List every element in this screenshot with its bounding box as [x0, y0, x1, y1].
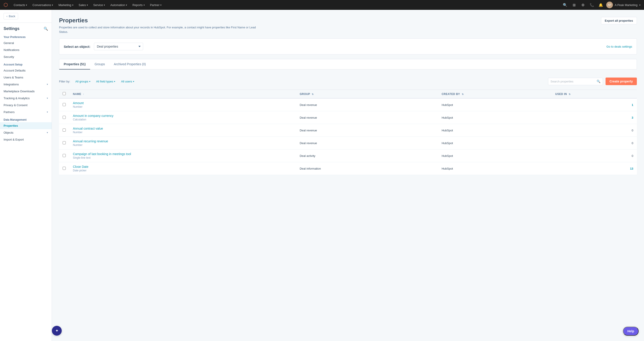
- search-input[interactable]: [550, 78, 595, 85]
- sidebar-item-general[interactable]: General: [0, 39, 52, 46]
- object-selector-left: Select an object: Contact properties Com…: [64, 43, 143, 50]
- col-header-used-in[interactable]: USED IN ⇅: [552, 90, 637, 98]
- row-checkbox[interactable]: [62, 116, 66, 119]
- chevron-down-icon: ▾: [144, 4, 145, 6]
- row-group-cell: Deal revenue: [296, 124, 438, 137]
- row-checkbox-cell: [59, 124, 69, 137]
- marketplace-icon[interactable]: ⊞: [570, 1, 578, 8]
- property-type: Number: [73, 131, 292, 134]
- notification-icon[interactable]: 🔔: [597, 1, 604, 8]
- sidebar-search-icon[interactable]: 🔍: [44, 26, 48, 31]
- object-selector-label: Select an object:: [64, 45, 90, 48]
- row-created-by-cell: HubSpot: [438, 111, 552, 124]
- chevron-down-icon: ▾: [133, 80, 134, 83]
- nav-contacts[interactable]: Contacts ▾: [12, 2, 29, 8]
- tab-groups[interactable]: Groups: [90, 59, 109, 69]
- account-chevron-icon: ▾: [639, 4, 640, 6]
- sidebar-item-account-defaults[interactable]: Account Defaults: [0, 67, 52, 74]
- nav-reports[interactable]: Reports ▾: [130, 2, 147, 8]
- used-in-value: 1: [632, 103, 633, 107]
- filter-all-users-button[interactable]: All users ▾: [118, 78, 137, 84]
- nav-sales[interactable]: Sales ▾: [76, 2, 90, 8]
- deals-settings-link[interactable]: Go to deals settings: [606, 45, 632, 48]
- filter-all-groups-button[interactable]: All groups ▾: [73, 78, 93, 84]
- nav-service[interactable]: Service ▾: [91, 2, 107, 8]
- create-property-button[interactable]: Create property: [606, 77, 637, 85]
- row-checkbox[interactable]: [62, 154, 66, 157]
- search-icon[interactable]: 🔍: [562, 1, 569, 8]
- tab-archived-properties[interactable]: Archived Properties (0): [109, 59, 150, 69]
- chevron-down-icon: ▾: [72, 4, 73, 6]
- tab-properties[interactable]: Properties (51): [59, 59, 90, 69]
- property-type: Single-line text: [73, 156, 292, 159]
- property-name-link[interactable]: Amount: [73, 101, 292, 105]
- back-label: Back: [9, 14, 15, 18]
- sidebar-item-marketplace-downloads[interactable]: Marketplace Downloads: [0, 88, 52, 95]
- nav-partner[interactable]: Partner ▾: [148, 2, 164, 8]
- property-name-link[interactable]: Campaign of last booking in meetings too…: [73, 152, 292, 156]
- filter-field-types-label: All field types: [96, 80, 113, 83]
- property-name-link[interactable]: Annual recurring revenue: [73, 139, 292, 143]
- chevron-down-icon: ▾: [160, 4, 162, 6]
- chevron-down-icon: ▾: [47, 111, 48, 113]
- table-row: Campaign of last booking in meetings too…: [59, 149, 637, 162]
- sidebar-item-privacy-consent[interactable]: Privacy & Consent: [0, 102, 52, 109]
- nav-conversations[interactable]: Conversations ▾: [30, 2, 55, 8]
- sidebar-item-notifications[interactable]: Notifications: [0, 46, 52, 53]
- ai-widget-button[interactable]: ✦: [52, 326, 62, 336]
- chevron-down-icon: ▾: [87, 4, 88, 6]
- row-checkbox-cell: [59, 162, 69, 175]
- search-icon[interactable]: 🔍: [596, 79, 600, 83]
- row-checkbox[interactable]: [62, 167, 66, 170]
- row-checkbox[interactable]: [62, 103, 66, 106]
- sidebar-item-tracking-analytics[interactable]: Tracking & Analytics ▾: [0, 95, 52, 102]
- nav-marketing[interactable]: Marketing ▾: [56, 2, 75, 8]
- nav-automation[interactable]: Automation ▾: [108, 2, 129, 8]
- hubspot-logo[interactable]: ⬡: [4, 2, 8, 8]
- sidebar-back-section: ‹ Back: [0, 10, 52, 23]
- property-type: Date picker: [73, 169, 292, 172]
- row-created-by-cell: HubSpot: [438, 124, 552, 137]
- property-type: Calculation: [73, 118, 292, 121]
- filter-right: 🔍 Create property: [548, 77, 637, 85]
- col-header-created-by[interactable]: CREATED BY ⇅: [438, 90, 552, 98]
- select-all-checkbox[interactable]: [62, 92, 66, 95]
- export-properties-button[interactable]: Export all properties: [601, 17, 637, 24]
- row-created-by-cell: HubSpot: [438, 162, 552, 175]
- sidebar-item-users-teams[interactable]: Users & Teams: [0, 74, 52, 81]
- phone-icon[interactable]: 📞: [588, 1, 596, 8]
- nav-icons: 🔍 ⊞ ⚙ 📞 🔔 AP A Peak Marketing ▾: [562, 1, 640, 8]
- sidebar-item-security[interactable]: Security: [0, 53, 52, 60]
- sidebar-item-objects[interactable]: Objects ▾: [0, 129, 52, 136]
- row-checkbox[interactable]: [62, 128, 66, 132]
- object-type-select[interactable]: Contact properties Company properties De…: [94, 43, 143, 50]
- row-group-cell: Deal activity: [296, 149, 438, 162]
- back-button[interactable]: ‹ Back: [4, 13, 18, 19]
- help-button[interactable]: Help: [623, 327, 639, 336]
- col-header-name[interactable]: NAME ↑: [69, 90, 296, 98]
- filter-all-field-types-button[interactable]: All field types ▾: [94, 78, 118, 84]
- sort-icon: ⇅: [569, 93, 571, 95]
- sidebar-item-partners[interactable]: Partners ▾: [0, 109, 52, 115]
- property-name-link[interactable]: Amount in company currency: [73, 114, 292, 118]
- property-name-link[interactable]: Close Date: [73, 165, 292, 168]
- row-used-in-cell: 0: [552, 124, 637, 137]
- sidebar-item-properties[interactable]: Properties: [0, 122, 52, 129]
- row-group-cell: Deal revenue: [296, 137, 438, 149]
- row-created-by-cell: HubSpot: [438, 149, 552, 162]
- row-created-by-cell: HubSpot: [438, 137, 552, 149]
- row-checkbox[interactable]: [62, 141, 66, 144]
- settings-icon[interactable]: ⚙: [580, 1, 586, 8]
- property-name-link[interactable]: Annual contract value: [73, 127, 292, 130]
- account-name[interactable]: A Peak Marketing: [615, 3, 638, 7]
- col-header-group[interactable]: GROUP ⇅: [296, 90, 438, 98]
- sidebar-item-integrations[interactable]: Integrations ▾: [0, 81, 52, 88]
- properties-table: NAME ↑ GROUP ⇅ CREATED BY ⇅ USED IN ⇅: [59, 90, 637, 175]
- sidebar-item-import-export[interactable]: Import & Export: [0, 136, 52, 143]
- table-row: Close Date Date picker Deal information …: [59, 162, 637, 175]
- row-group-cell: Deal revenue: [296, 111, 438, 124]
- chevron-down-icon: ▾: [89, 80, 90, 83]
- property-type: Number: [73, 105, 292, 108]
- avatar[interactable]: AP: [606, 1, 613, 8]
- object-selector-row: Select an object: Contact properties Com…: [59, 38, 637, 54]
